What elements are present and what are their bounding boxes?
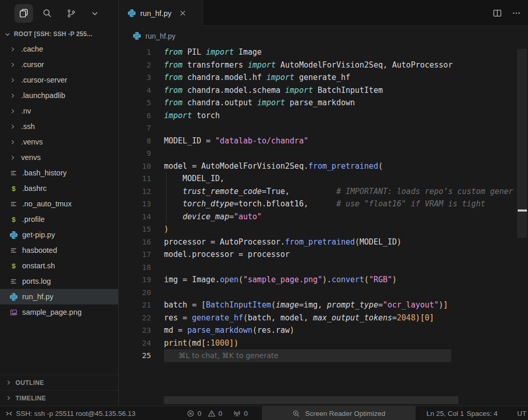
ports-indicator[interactable]: 0 <box>233 406 248 420</box>
python-icon <box>133 32 141 40</box>
line-number: 1 <box>119 48 164 56</box>
tree-item-label: sample_page.png <box>22 308 81 316</box>
split-editor-icon[interactable] <box>493 9 502 18</box>
code-line[interactable]: 15) <box>119 223 528 236</box>
code-line[interactable]: 25⌘L to chat, ⌘K to generate <box>119 349 528 362</box>
sidebar: ROOT [SSH: SSH -P 255... .cache.cursor.c… <box>0 0 119 406</box>
code-text: from transformers import AutoModelForVis… <box>164 60 453 70</box>
problems-indicator[interactable]: 0 0 <box>187 406 222 420</box>
code-line[interactable]: 9 <box>119 147 528 160</box>
horizontal-scrollbar[interactable] <box>164 396 458 404</box>
tree-item-launchpadlib[interactable]: .launchpadlib <box>0 88 119 103</box>
tree-item-nv[interactable]: .nv <box>0 103 119 119</box>
tab-run-hf-py[interactable]: run_hf.py <box>119 0 203 26</box>
explorer-root-label: ROOT [SSH: SSH -P 255... <box>14 30 92 38</box>
chevron-right-icon <box>9 123 17 130</box>
code-line[interactable]: 5from chandra.output import parse_markdo… <box>119 96 528 109</box>
code-line[interactable]: 21batch = [BatchInputItem(image=img, pro… <box>119 299 528 312</box>
code-line[interactable]: 4from chandra.model.schema import BatchI… <box>119 84 528 97</box>
search-icon[interactable] <box>38 4 57 23</box>
code-line[interactable]: 17model.processor = processor <box>119 248 528 261</box>
tree-item-venvs[interactable]: venvs <box>0 150 119 165</box>
tree-item-ssh[interactable]: .ssh <box>0 119 119 134</box>
code-line[interactable]: 3from chandra.model.hf import generate_h… <box>119 71 528 84</box>
explorer-icon[interactable] <box>14 4 33 23</box>
tree-item-cursor-server[interactable]: .cursor-server <box>0 72 119 88</box>
line-number: 3 <box>119 73 164 82</box>
code-line[interactable]: 19img = Image.open("sample_page.png").co… <box>119 273 528 286</box>
tree-item-label: .no_auto_tmux <box>22 200 72 208</box>
code-text: from chandra.output import parse_markdow… <box>164 98 355 107</box>
line-number: 7 <box>119 124 164 132</box>
code-line[interactable]: 12 trust_remote_code=True, # IMPORTANT: … <box>119 185 528 198</box>
code-line[interactable]: 2from transformers import AutoModelForVi… <box>119 59 528 72</box>
tree-item-ports-log[interactable]: ports.log <box>0 273 119 289</box>
tree-item-cache[interactable]: .cache <box>0 41 119 57</box>
code-line[interactable]: 20 <box>119 286 528 299</box>
chevron-right-icon <box>9 139 17 146</box>
line-number: 15 <box>119 225 164 233</box>
code-text: processor = AutoProcessor.from_pretraine… <box>164 237 402 247</box>
timeline-section-header[interactable]: TIMELINE <box>0 390 119 406</box>
encoding-label: UT <box>517 410 526 417</box>
activity-bar <box>0 0 119 27</box>
code-line[interactable]: 22res = generate_hf(batch, model, max_ou… <box>119 312 528 325</box>
tree-item-sample-page-png[interactable]: sample_page.png <box>0 304 119 320</box>
remote-indicator[interactable]: SSH: ssh -p 25511 root@45.135.56.13 <box>5 406 136 420</box>
tree-item-label: .ssh <box>21 122 35 131</box>
close-icon[interactable] <box>179 9 187 17</box>
chevron-down-icon <box>4 31 11 38</box>
code-line[interactable]: 24print(md[:1000]) <box>119 337 528 350</box>
screen-reader-status[interactable]: Screen Reader Optimized <box>262 406 416 420</box>
tree-item-venvs[interactable]: .venvs <box>0 134 119 150</box>
tree-item-label: .cursor-server <box>21 76 67 84</box>
code-text: res = generate_hf(batch, model, max_outp… <box>164 313 434 322</box>
chevron-right-icon <box>9 46 17 53</box>
error-count: 0 <box>197 410 202 417</box>
code-text: batch = [BatchInputItem(image=img, promp… <box>164 300 448 310</box>
code-text: import torch <box>164 111 220 120</box>
tree-item-no-auto-tmux[interactable]: .no_auto_tmux <box>0 196 119 212</box>
source-control-icon[interactable] <box>62 4 80 23</box>
more-actions-icon[interactable] <box>512 9 521 18</box>
line-number: 21 <box>119 301 164 309</box>
code-line[interactable]: 23md = parse_markdown(res.raw) <box>119 324 528 337</box>
tree-item-profile[interactable]: $.profile <box>0 212 119 227</box>
breadcrumb[interactable]: run_hf.py <box>119 26 528 45</box>
tree-item-cursor[interactable]: .cursor <box>0 57 119 72</box>
code-line[interactable]: 13 torch_dtype=torch.bfloat16, # use "fl… <box>119 198 528 211</box>
code-editor[interactable]: 1from PIL import Image2from transformers… <box>119 46 528 362</box>
code-line[interactable]: 1from PIL import Image <box>119 46 528 59</box>
tree-item-bashrc[interactable]: $.bashrc <box>0 181 119 196</box>
code-text: img = Image.open("sample_page.png").conv… <box>164 275 397 284</box>
code-line[interactable]: 7 <box>119 122 528 135</box>
line-number: 4 <box>119 86 164 94</box>
tree-item-onstart-sh[interactable]: $onstart.sh <box>0 258 119 273</box>
cursor-position[interactable]: Ln 25, Col 1 <box>426 406 464 420</box>
code-line[interactable]: 10model = AutoModelForVision2Seq.from_pr… <box>119 160 528 173</box>
code-line[interactable]: 16processor = AutoProcessor.from_pretrai… <box>119 236 528 249</box>
code-line[interactable]: 14 device_map="auto" <box>119 211 528 223</box>
encoding-status[interactable]: UT <box>517 406 526 420</box>
tree-item-bash-history[interactable]: .bash_history <box>0 165 119 181</box>
code-line[interactable]: 6import torch <box>119 109 528 122</box>
tree-item-hasbooted[interactable]: hasbooted <box>0 243 119 258</box>
code-line[interactable]: 11 MODEL_ID, <box>119 172 528 185</box>
indentation-status[interactable]: Spaces: 4 <box>467 406 498 420</box>
code-text: from PIL import Image <box>164 47 262 57</box>
code-line[interactable]: 8MODEL_ID = "datalab-to/chandra" <box>119 135 528 148</box>
tree-item-label: onstart.sh <box>22 262 55 270</box>
code-line[interactable]: 18 <box>119 261 528 274</box>
timeline-label: TIMELINE <box>15 395 46 402</box>
code-text: ) <box>164 224 169 234</box>
views-chevron-icon[interactable] <box>86 4 104 23</box>
shell-file-icon: $ <box>9 216 18 223</box>
tree-item-label: .bash_history <box>22 169 67 177</box>
line-number: 9 <box>119 149 164 157</box>
tree-item-run-hf-py[interactable]: run_hf.py <box>0 289 119 304</box>
chevron-right-icon <box>9 154 17 161</box>
code-text: model.processor = processor <box>164 250 290 259</box>
tree-item-get-pip-py[interactable]: get-pip.py <box>0 227 119 243</box>
outline-section-header[interactable]: OUTLINE <box>0 375 119 390</box>
explorer-section-header[interactable]: ROOT [SSH: SSH -P 255... <box>0 27 119 41</box>
